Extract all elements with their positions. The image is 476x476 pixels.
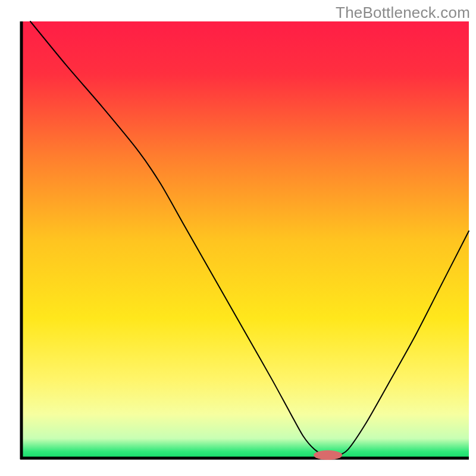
optimal-marker	[314, 450, 342, 460]
bottleneck-chart	[0, 0, 476, 476]
gradient-background	[21, 21, 469, 458]
watermark-text: TheBottleneck.com	[336, 4, 470, 22]
chart-container: TheBottleneck.com	[0, 0, 476, 476]
